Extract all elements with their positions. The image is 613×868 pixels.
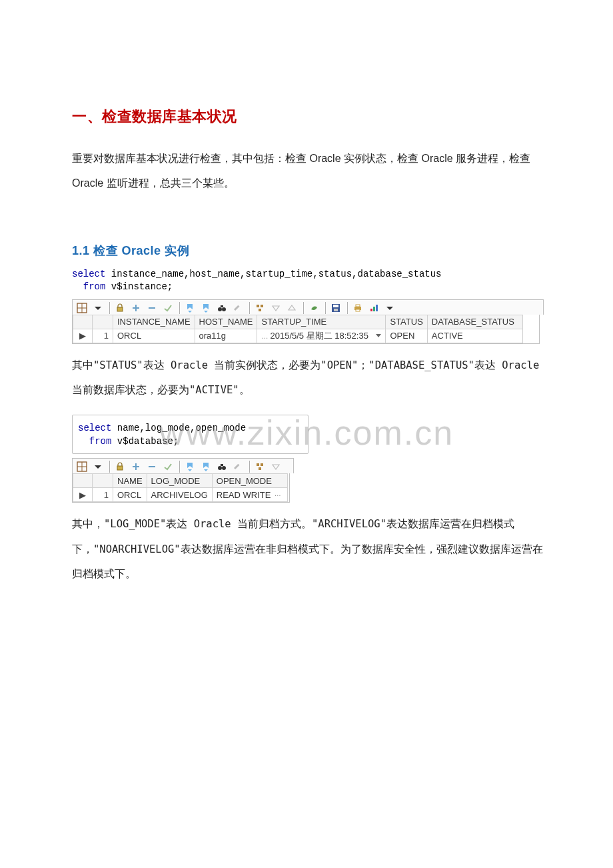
- svg-rect-23: [334, 309, 338, 311]
- sql-keyword-from: from: [83, 281, 106, 292]
- column-header-rownum[interactable]: [93, 474, 113, 488]
- svg-rect-15: [234, 305, 239, 310]
- grid-icon[interactable]: [75, 460, 89, 473]
- structure-icon[interactable]: [253, 460, 267, 473]
- pencil-icon[interactable]: [231, 301, 245, 315]
- cell-host-name[interactable]: ora11g: [195, 329, 257, 343]
- svg-marker-40: [188, 469, 192, 471]
- column-header-open-mode[interactable]: OPEN_MODE: [212, 474, 287, 488]
- triangle-up-icon[interactable]: [285, 301, 299, 315]
- heading-2: 1.1 检查 Oracle 实例: [72, 243, 546, 259]
- svg-marker-3: [95, 307, 101, 310]
- svg-rect-27: [370, 309, 372, 311]
- plus-icon[interactable]: [129, 460, 143, 473]
- column-header-marker[interactable]: [73, 474, 93, 488]
- svg-point-43: [218, 466, 222, 470]
- table-row[interactable]: ▶ 1 ORCL ora11g …2015/5/5 星期二 18:52:35 O…: [73, 329, 523, 343]
- dropdown-arrow-icon[interactable]: [91, 301, 105, 315]
- cell-startup-time[interactable]: …2015/5/5 星期二 18:52:35: [257, 329, 386, 343]
- svg-rect-22: [333, 305, 338, 307]
- plus-icon[interactable]: [129, 301, 143, 315]
- column-header-host-name[interactable]: HOST_NAME: [195, 315, 257, 329]
- grid-toolbar-1: [72, 299, 544, 315]
- column-header-database-status[interactable]: DATABASE_STATUS: [427, 315, 522, 329]
- cell-database-status[interactable]: ACTIVE: [427, 329, 522, 343]
- cell-open-mode[interactable]: READ WRITE …: [212, 488, 287, 502]
- explain-paragraph-1: 其中"STATUS"表达 Oracle 当前实例状态，必要为"OPEN"；"DA…: [72, 353, 546, 403]
- svg-point-44: [222, 466, 226, 470]
- table-header-row: NAME LOG_MODE OPEN_MODE: [73, 474, 288, 488]
- svg-marker-39: [187, 463, 193, 468]
- svg-rect-49: [259, 467, 261, 470]
- triangle-down-icon[interactable]: [269, 301, 283, 315]
- svg-point-13: [222, 307, 226, 311]
- minus-icon[interactable]: [145, 460, 159, 473]
- column-header-marker[interactable]: [73, 315, 93, 329]
- sql-keyword-select: select: [72, 269, 105, 279]
- column-header-status[interactable]: STATUS: [386, 315, 427, 329]
- toolbar-separator: [109, 461, 110, 473]
- bookmark-down-icon-2[interactable]: [199, 301, 213, 315]
- column-header-log-mode[interactable]: LOG_MODE: [147, 474, 212, 488]
- toolbar-separator: [325, 302, 326, 314]
- minus-icon[interactable]: [145, 301, 159, 315]
- explain-paragraph-2: 其中，"LOG_MODE"表达 Oracle 当前归档方式。"ARCHIVELO…: [72, 512, 546, 587]
- cell-instance-name[interactable]: ORCL: [113, 329, 195, 343]
- check-icon[interactable]: [161, 460, 175, 473]
- cell-name[interactable]: ORCL: [113, 488, 147, 502]
- lock-icon[interactable]: [113, 460, 127, 473]
- ellipsis-icon: …: [261, 333, 268, 340]
- svg-marker-42: [204, 469, 208, 471]
- dropdown-arrow-icon[interactable]: [376, 334, 381, 337]
- svg-rect-16: [257, 305, 259, 307]
- toolbar-separator: [347, 302, 348, 314]
- column-header-startup-time[interactable]: STARTUP_TIME: [257, 315, 386, 329]
- sql-keyword-from: from: [89, 436, 112, 447]
- bean-icon[interactable]: [306, 301, 321, 315]
- row-marker-icon: ▶: [73, 488, 93, 502]
- toolbar-separator: [249, 461, 250, 473]
- lock-icon[interactable]: [113, 301, 127, 315]
- toolbar-separator: [303, 302, 304, 314]
- bookmark-down-icon-2[interactable]: [199, 460, 213, 473]
- cell-log-mode[interactable]: ARCHIVELOG: [147, 488, 212, 502]
- check-icon[interactable]: [161, 301, 175, 315]
- column-header-rownum[interactable]: [93, 315, 113, 329]
- svg-marker-11: [204, 311, 208, 313]
- triangle-down-icon[interactable]: [269, 460, 283, 473]
- column-header-instance-name[interactable]: INSTANCE_NAME: [113, 315, 195, 329]
- svg-marker-30: [386, 307, 393, 310]
- toolbar-separator: [179, 461, 180, 473]
- svg-rect-35: [117, 466, 123, 470]
- table-row[interactable]: ▶ 1 ORCL ARCHIVELOG READ WRITE …: [73, 488, 288, 502]
- result-grid-2: NAME LOG_MODE OPEN_MODE ▶ 1 ORCL ARCHIVE…: [72, 473, 290, 503]
- svg-marker-34: [95, 465, 101, 469]
- svg-rect-25: [356, 305, 360, 307]
- toolbar-separator: [249, 302, 250, 314]
- grid-icon[interactable]: [75, 301, 89, 315]
- dropdown-arrow-icon[interactable]: [382, 301, 397, 315]
- row-number: 1: [93, 488, 113, 502]
- pencil-icon[interactable]: [231, 460, 245, 473]
- svg-rect-47: [257, 463, 259, 466]
- dropdown-arrow-icon[interactable]: [91, 460, 105, 473]
- bookmark-down-icon[interactable]: [183, 301, 197, 315]
- svg-rect-26: [356, 309, 360, 311]
- bookmark-down-icon[interactable]: [183, 460, 197, 473]
- structure-icon[interactable]: [253, 301, 267, 315]
- sql-block-2: select name,log_mode,open_mode from v$da…: [72, 415, 308, 454]
- sql-table: v$database;: [111, 436, 179, 447]
- binoculars-icon[interactable]: [215, 301, 229, 315]
- cell-status[interactable]: OPEN: [386, 329, 427, 343]
- column-header-name[interactable]: NAME: [113, 474, 147, 488]
- save-icon[interactable]: [328, 301, 343, 315]
- table-header-row: INSTANCE_NAME HOST_NAME STARTUP_TIME STA…: [73, 315, 523, 329]
- chart-icon[interactable]: [366, 301, 381, 315]
- svg-marker-41: [203, 463, 209, 468]
- printer-icon[interactable]: [350, 301, 365, 315]
- binoculars-icon[interactable]: [215, 460, 229, 473]
- svg-rect-18: [259, 309, 261, 311]
- svg-marker-20: [289, 305, 295, 310]
- cell-startup-time-value: 2015/5/5 星期二 18:52:35: [270, 331, 368, 341]
- svg-rect-46: [234, 464, 239, 469]
